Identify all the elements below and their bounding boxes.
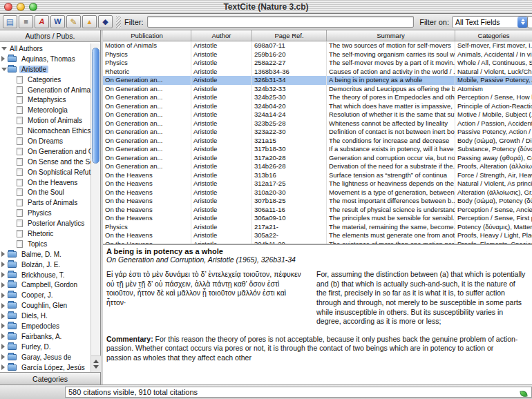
table-row[interactable]: Physics Aristotle 259b16-20 The self-mov…: [103, 50, 532, 59]
tree-item[interactable]: García López, Jesús: [0, 362, 100, 372]
table-row[interactable]: Physics Aristotle 258a22-27 The self-mov…: [103, 59, 532, 68]
table-row[interactable]: On Generation an... Aristotle 324a14-24 …: [103, 110, 532, 119]
tree-item[interactable]: On the Heavens: [0, 177, 100, 188]
sidebar-header[interactable]: Authors / Pubs.: [0, 30, 100, 42]
close-button[interactable]: [4, 3, 12, 11]
column-header-categories[interactable]: Categories: [455, 30, 532, 41]
tree-item[interactable]: Furley, D.: [0, 342, 100, 352]
tree-item[interactable]: On Generation and C: [0, 146, 100, 157]
table-row[interactable]: On the Heavens Aristotle 312a17-25 The l…: [103, 179, 532, 188]
clipped-control[interactable]: [527, 16, 532, 28]
copy-icon[interactable]: ■: [19, 15, 33, 28]
filter-input[interactable]: [147, 16, 415, 28]
table-row[interactable]: On the Heavens Aristotle 313b16 Surface …: [103, 171, 532, 180]
column-header-publication[interactable]: Publication: [103, 30, 191, 41]
cell-categories: Motive / Mobile, Subject (...: [455, 110, 532, 119]
node-icon: [17, 199, 23, 206]
column-header-pageref[interactable]: Page Ref.: [252, 30, 327, 41]
tree-item[interactable]: Meteorologia: [0, 105, 100, 115]
disclosure-triangle-icon[interactable]: [1, 364, 8, 370]
table-row[interactable]: On the Heavens Aristotle 307b18-25 The m…: [103, 197, 532, 206]
filter-on-dropdown[interactable]: All Text Fields: [452, 16, 529, 28]
tree-item[interactable]: Motion of Animals: [0, 115, 100, 126]
column-header-summary[interactable]: Summary: [327, 30, 455, 41]
disclosure-triangle-icon[interactable]: [1, 323, 8, 329]
tree-item[interactable]: Fairbanks, A.: [0, 331, 100, 342]
word-export-icon[interactable]: W: [50, 15, 65, 28]
tree-item[interactable]: Garay, Jesus de: [0, 352, 100, 362]
tree-item[interactable]: Campbell, Gordon: [0, 280, 100, 290]
table-row[interactable]: On Generation an... Aristotle 324b04-20 …: [103, 102, 532, 111]
table-row[interactable]: On Generation an... Aristotle 314b26-28 …: [103, 162, 532, 171]
disclosure-triangle-icon[interactable]: [1, 344, 8, 349]
table-row[interactable]: Physics Aristotle 217a21- The material, …: [103, 223, 532, 232]
zoom-button[interactable]: [29, 3, 37, 11]
tree-item[interactable]: Bolzán, J. E.: [0, 260, 100, 270]
disclosure-triangle-icon[interactable]: [1, 262, 8, 267]
tree-scrollbar-arrows[interactable]: [91, 356, 101, 372]
edit-icon[interactable]: ✎: [66, 15, 81, 28]
tree-item[interactable]: All Authors: [0, 43, 100, 54]
disclosure-triangle-icon[interactable]: [1, 282, 8, 288]
cell-summary: The elements must generate one from anot…: [327, 231, 455, 240]
table-row[interactable]: On Generation an... Aristotle 317a20-28 …: [103, 154, 532, 163]
print-icon[interactable]: ▤: [3, 15, 17, 28]
disclosure-triangle-icon[interactable]: [1, 333, 8, 339]
categories-button[interactable]: Categories: [0, 372, 100, 385]
tree-item[interactable]: On Sophistical Refuta: [0, 167, 100, 177]
tree-item[interactable]: On Sense and the Se: [0, 157, 100, 167]
disclosure-triangle-icon[interactable]: [1, 251, 8, 257]
tree-item[interactable]: On the Soul: [0, 187, 100, 197]
tree-item[interactable]: Rhetoric: [0, 228, 100, 239]
table-row[interactable]: On the Heavens Aristotle 306a09-10 The p…: [103, 214, 532, 223]
tree-item[interactable]: Balme, D. M.: [0, 249, 100, 260]
table-row[interactable]: On the Heavens Aristotle 310a20-30 Movem…: [103, 188, 532, 197]
table-row[interactable]: Rhetoric Aristotle 1368b34-36 Causes of …: [103, 68, 532, 77]
tree-item[interactable]: Physics: [0, 208, 100, 218]
category-export-icon[interactable]: ▲: [82, 15, 97, 28]
commentary-label: Commentary:: [106, 335, 153, 343]
tree-item[interactable]: Diels, H.: [0, 311, 100, 321]
tree-item[interactable]: Categories: [0, 75, 100, 85]
table-row[interactable]: On the Heavens Aristotle 305a22- The ele…: [103, 231, 532, 240]
tree-item[interactable]: Cooper, J.: [0, 290, 100, 300]
cell-author: Aristotle: [191, 93, 252, 102]
table-row[interactable]: Motion of Animals Aristotle 698a07-11 Th…: [103, 41, 532, 50]
table-row[interactable]: On Generation an... Aristotle 323b25-28 …: [103, 119, 532, 128]
disclosure-triangle-icon[interactable]: [1, 293, 8, 298]
disclosure-triangle-icon[interactable]: [1, 272, 8, 278]
tree-scrollbar-thumb[interactable]: [92, 48, 99, 164]
tree-scrollbar[interactable]: [91, 43, 100, 372]
tree-item[interactable]: Metaphysics: [0, 95, 100, 105]
table-row[interactable]: On Generation an... Aristotle 317b18-30 …: [103, 145, 532, 154]
tree-item[interactable]: Generation of Anima: [0, 85, 100, 95]
table-row[interactable]: On Generation an... Aristotle 324b25-30 …: [103, 93, 532, 102]
title-bar[interactable]: TextCite (Nature 3.cb): [0, 0, 532, 14]
tree-item[interactable]: Aquinas, Thomas: [0, 54, 100, 64]
table-row[interactable]: On Generation an... Aristotle 323a22-30 …: [103, 128, 532, 137]
disclosure-triangle-icon[interactable]: [1, 56, 8, 61]
disclosure-triangle-icon[interactable]: [1, 354, 8, 360]
tree-item[interactable]: Posterior Analytics: [0, 218, 100, 228]
table-row[interactable]: On the Heavens Aristotle 306a11-16 The r…: [103, 206, 532, 215]
tree-item[interactable]: Aristotle: [0, 64, 100, 75]
disclosure-triangle-icon[interactable]: [1, 67, 8, 71]
table-row[interactable]: On Generation an... Aristotle 321a15 The…: [103, 137, 532, 146]
cell-categories: Self-mover, First mover, I...: [455, 41, 532, 50]
tree-item[interactable]: Brickhouse, T.: [0, 270, 100, 280]
table-row[interactable]: On Generation an... Aristotle 326b31-34 …: [103, 76, 532, 85]
column-header-author[interactable]: Author: [191, 30, 252, 41]
disclosure-triangle-icon[interactable]: [1, 303, 8, 309]
tree-item[interactable]: Nicomachean Ethics: [0, 126, 100, 136]
disclosure-triangle-icon[interactable]: [1, 46, 8, 50]
minimize-button[interactable]: [17, 3, 25, 11]
tree-item[interactable]: Coughlin, Glen: [0, 300, 100, 311]
tree-item[interactable]: Empedocles: [0, 321, 100, 331]
table-row[interactable]: On Generation an... Aristotle 324b32-33 …: [103, 85, 532, 94]
book-icon[interactable]: ◆: [98, 15, 113, 28]
tree-item[interactable]: Parts of Animals: [0, 197, 100, 208]
pdf-export-icon[interactable]: A: [35, 15, 49, 28]
disclosure-triangle-icon[interactable]: [1, 313, 8, 319]
tree-item[interactable]: Topics: [0, 239, 100, 249]
tree-item[interactable]: On Dreams: [0, 136, 100, 146]
